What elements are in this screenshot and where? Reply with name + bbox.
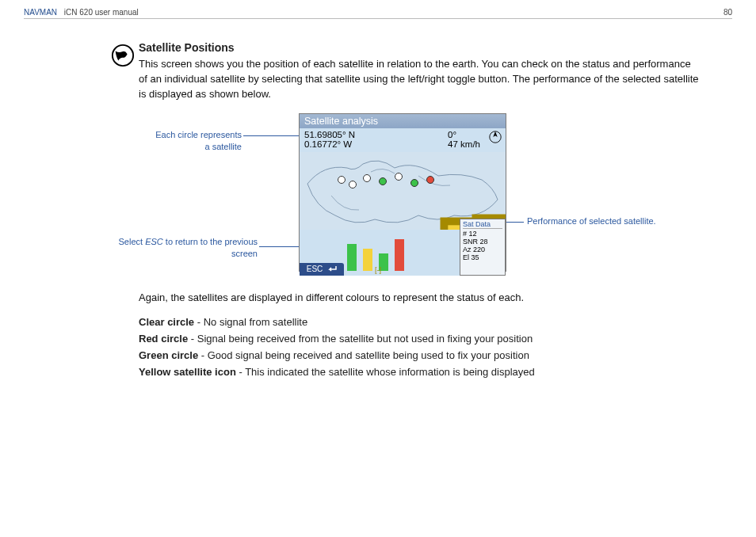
- signal-bar: [347, 244, 357, 271]
- satellite-dot: [338, 176, 346, 184]
- longitude: 0.16772° W: [304, 139, 355, 149]
- device-title: Satellite analysis: [300, 114, 506, 128]
- callout-performance: Performance of selected satellite.: [527, 216, 693, 226]
- legend-yellow: Yellow satellite icon - This indicated t…: [139, 366, 701, 378]
- speed: 47 km/h: [448, 139, 480, 149]
- screenshot-area: Each circle represents a satellite Selec…: [139, 113, 701, 280]
- callout-esc: Select ESC to return to the previous scr…: [115, 236, 258, 261]
- doc-title: iCN 620 user manual: [64, 8, 139, 17]
- satellite-dot: [349, 181, 357, 189]
- compass-icon: [488, 130, 502, 144]
- esc-button[interactable]: ESC: [300, 263, 344, 276]
- sat-az: Az 220: [463, 246, 502, 253]
- selected-bar-marker: [-]: [375, 266, 381, 274]
- legend-clear: Clear circle - No signal from satellite: [139, 316, 701, 328]
- sat-data-panel: Sat Data # 12 SNR 28 Az 220 El 35: [460, 219, 506, 276]
- device-screenshot: Satellite analysis 51.69805° N 0.16772° …: [299, 113, 506, 272]
- satellite-dot: [426, 176, 434, 184]
- device-coords: 51.69805° N 0.16772° W 0° 47 km/h: [300, 128, 506, 152]
- sat-id: # 12: [463, 230, 502, 238]
- satellite-dot: [363, 174, 371, 182]
- callout-satellite-circles: Each circle represents a satellite: [155, 129, 242, 154]
- signal-bars: [-] Sat Data # 12 SNR 28 Az 220 El 35 ES…: [300, 230, 506, 276]
- satellite-dot: [379, 177, 387, 185]
- after-image-paragraph: Again, the satellites are displayed in d…: [139, 291, 701, 306]
- sat-data-header: Sat Data: [463, 220, 502, 229]
- signal-bar: [395, 239, 404, 271]
- brand: NAVMAN: [24, 8, 57, 17]
- satellite-dot: [395, 173, 403, 181]
- page-header: NAVMAN iCN 620 user manual 80: [24, 8, 732, 19]
- page-number: 80: [724, 8, 732, 17]
- sat-el: El 35: [463, 253, 502, 261]
- legend-red: Red circle - Signal being received from …: [139, 333, 701, 345]
- satellite-dot: [410, 179, 418, 187]
- globe-icon: [111, 44, 135, 67]
- signal-bar: [363, 249, 372, 271]
- section-title: Satellite Positions: [139, 41, 701, 54]
- intro-paragraph: This screen shows you the position of ea…: [139, 57, 701, 102]
- heading: 0°: [448, 130, 480, 139]
- latitude: 51.69805° N: [304, 130, 355, 139]
- sat-snr: SNR 28: [463, 238, 502, 246]
- leader-line: [259, 246, 299, 247]
- return-icon: [326, 265, 337, 273]
- legend-green: Green circle - Good signal being receive…: [139, 349, 701, 361]
